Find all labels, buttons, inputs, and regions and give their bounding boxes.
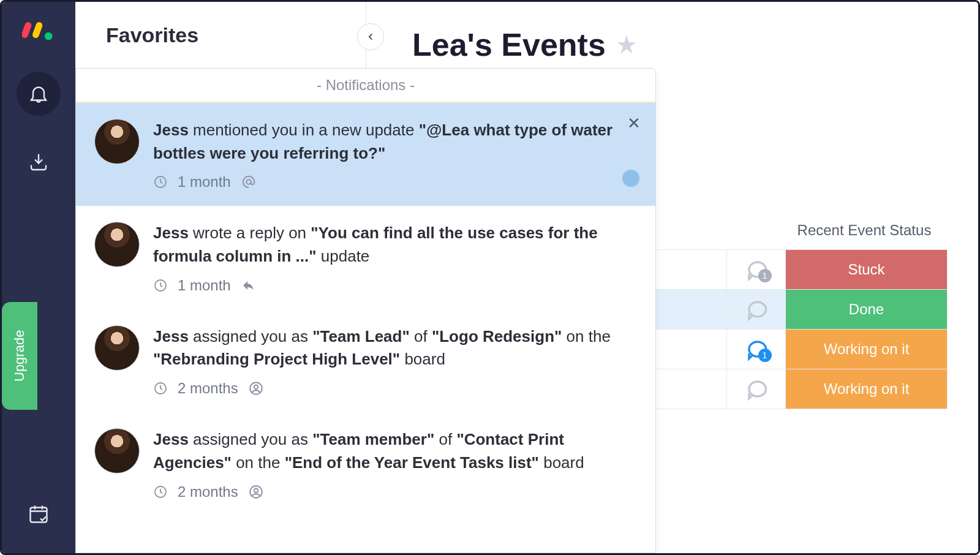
chat-icon: 1 xyxy=(744,338,769,361)
notification-text: Jess wrote a reply on "You can find all … xyxy=(153,222,635,268)
status-cell[interactable]: Working on it xyxy=(785,369,947,409)
notifications-header: - Notifications - xyxy=(76,69,655,103)
favorite-star-icon[interactable]: ★ xyxy=(616,31,638,59)
status-cell[interactable]: Done xyxy=(785,290,947,329)
notification-text: Jess mentioned you in a new update "@Lea… xyxy=(153,119,635,165)
svg-rect-1 xyxy=(32,21,43,39)
notification-time: 2 months xyxy=(178,380,238,397)
calendar-nav[interactable] xyxy=(17,492,61,536)
svg-rect-0 xyxy=(22,21,32,39)
chat-cell[interactable]: 1 xyxy=(726,330,785,369)
chat-count-badge: 1 xyxy=(758,269,772,282)
svg-rect-3 xyxy=(31,508,47,523)
notification-item[interactable]: Jess mentioned you in a new update "@Lea… xyxy=(76,103,655,206)
app-logo[interactable] xyxy=(22,14,55,47)
notifications-list: Jess mentioned you in a new update "@Lea… xyxy=(76,103,655,553)
avatar[interactable] xyxy=(94,119,140,164)
dismiss-notification-button[interactable]: ✕ xyxy=(627,114,641,133)
status-cell[interactable]: Stuck xyxy=(785,250,947,289)
chat-cell[interactable] xyxy=(726,369,785,409)
main-area: Favorites Lea's Events ★ ning this year.… xyxy=(75,2,978,553)
notification-text: Jess assigned you as "Team member" of "C… xyxy=(153,428,635,474)
person-icon xyxy=(248,484,264,500)
unread-indicator xyxy=(622,170,639,187)
chat-icon xyxy=(744,298,769,321)
notifications-nav[interactable] xyxy=(17,72,61,116)
notification-text: Jess assigned you as "Team Lead" of "Log… xyxy=(153,325,635,371)
person-icon xyxy=(248,380,264,396)
notification-meta: 2 months xyxy=(153,380,635,397)
svg-point-2 xyxy=(45,32,53,40)
column-header-status: Recent Event Status xyxy=(786,222,948,239)
notifications-panel: - Notifications - Jess mentioned you in … xyxy=(75,68,656,553)
notification-meta: 1 month xyxy=(153,173,635,191)
notification-time: 1 month xyxy=(178,173,231,191)
board-title: Lea's Events xyxy=(412,26,606,63)
svg-point-5 xyxy=(246,180,251,185)
notification-item[interactable]: Jess assigned you as "Team member" of "C… xyxy=(76,412,655,515)
chat-cell[interactable] xyxy=(726,290,785,329)
inbox-nav[interactable] xyxy=(17,140,61,184)
avatar[interactable] xyxy=(94,428,140,474)
svg-point-9 xyxy=(254,385,258,390)
notification-time: 2 months xyxy=(178,483,238,500)
reply-icon xyxy=(241,278,257,293)
upgrade-button[interactable]: Upgrade xyxy=(2,302,37,410)
at-icon xyxy=(241,174,257,190)
favorites-title: Favorites xyxy=(106,23,198,47)
clock-icon xyxy=(153,485,168,499)
svg-point-12 xyxy=(254,488,258,493)
notification-meta: 2 months xyxy=(153,483,635,500)
notification-item[interactable]: Jess assigned you as "Team Lead" of "Log… xyxy=(76,309,655,412)
notification-meta: 1 month xyxy=(153,277,635,294)
avatar[interactable] xyxy=(94,222,140,267)
collapse-sidebar-button[interactable] xyxy=(357,23,384,50)
chat-icon: 1 xyxy=(744,258,769,281)
chat-cell[interactable]: 1 xyxy=(726,250,785,289)
chat-icon xyxy=(744,377,769,401)
clock-icon xyxy=(153,175,168,189)
clock-icon xyxy=(153,278,168,293)
clock-icon xyxy=(153,381,168,396)
avatar[interactable] xyxy=(94,325,140,371)
chat-count-badge: 1 xyxy=(758,349,772,362)
notification-item[interactable]: Jess wrote a reply on "You can find all … xyxy=(76,206,655,309)
notification-time: 1 month xyxy=(178,277,231,294)
status-cell[interactable]: Working on it xyxy=(785,330,947,369)
left-rail: Upgrade xyxy=(2,2,75,553)
